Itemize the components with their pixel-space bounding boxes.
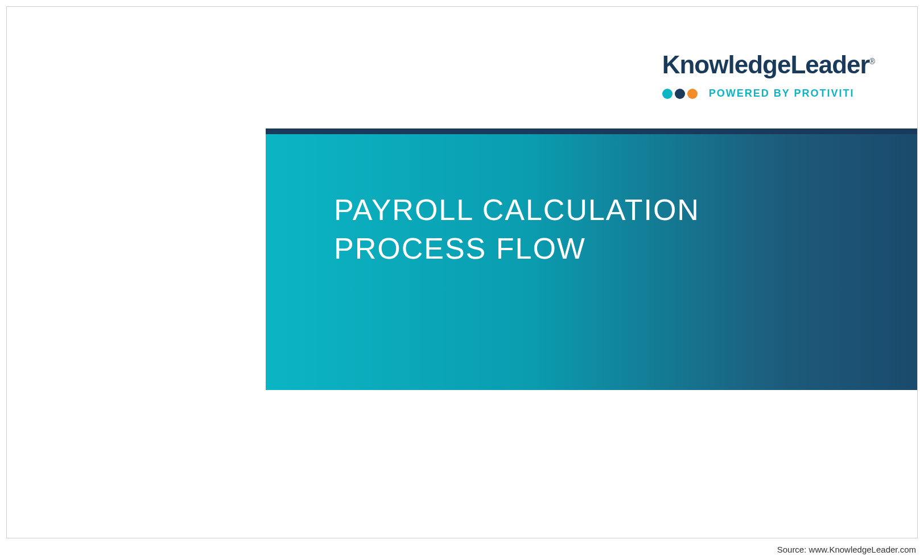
brand-dots <box>662 89 698 99</box>
slide-container: KnowledgeLeader® POWERED BY PROTIVITI PA… <box>6 6 918 538</box>
slide-title: PAYROLL CALCULATION PROCESS FLOW <box>334 191 917 268</box>
title-bar-accent <box>266 128 917 134</box>
registered-mark: ® <box>869 57 874 66</box>
dot-teal-icon <box>662 89 673 99</box>
title-block: PAYROLL CALCULATION PROCESS FLOW <box>266 134 917 390</box>
source-attribution: Source: www.KnowledgeLeader.com <box>777 545 916 554</box>
slide-title-line2: PROCESS FLOW <box>334 230 917 268</box>
logo-subline: POWERED BY PROTIVITI <box>662 88 874 99</box>
dot-orange-icon <box>687 89 698 99</box>
logo-area: KnowledgeLeader® POWERED BY PROTIVITI <box>662 52 874 99</box>
dot-navy-icon <box>675 89 685 99</box>
slide-title-line1: PAYROLL CALCULATION <box>334 191 917 230</box>
brand-logo: KnowledgeLeader® <box>662 52 874 77</box>
brand-tagline: POWERED BY PROTIVITI <box>709 88 855 99</box>
brand-name: KnowledgeLeader <box>662 51 869 78</box>
